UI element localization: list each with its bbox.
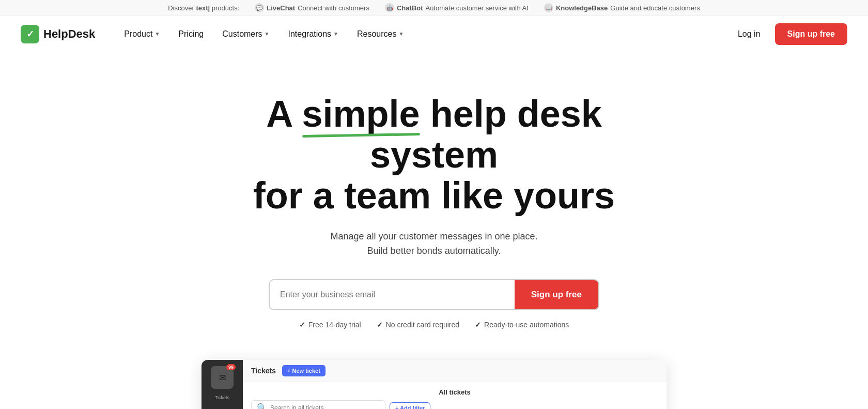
check-icon-automations: ✓ [475,321,481,329]
app-main-panel: Tickets + New ticket All tickets 🔍 + Add… [243,360,667,409]
nav-item-resources[interactable]: Resources ▼ [349,25,412,43]
hero-title-underline: simple [302,94,420,134]
trust-badge-card-text: No credit card required [386,321,459,329]
add-filter-button[interactable]: + Add filter [390,402,430,409]
chatbot-icon: 🤖 [385,3,394,12]
knowledgebase-name: KnowledgeBase [556,4,608,12]
app-sidebar: ✉ 99 Tickets [202,360,243,409]
app-preview: ✉ 99 Tickets Tickets + New ticket All ti… [202,360,667,409]
search-input[interactable] [270,404,380,409]
nav-links: Product ▼ Pricing Customers ▼ Integratio… [116,25,732,43]
logo[interactable]: ✓ HelpDesk [21,25,95,43]
topbar-discover: Discover text| products: [168,4,239,12]
sidebar-tickets-item[interactable]: ✉ 99 [211,366,234,389]
topbar-discover-text: Discover text| products: [168,4,239,12]
signup-nav-button[interactable]: Sign up free [775,23,847,45]
livechat-name: LiveChat [267,4,295,12]
hero-subtitle: Manage all your customer messages in one… [10,229,858,259]
livechat-desc: Connect with customers [298,4,369,12]
hero-title-part1: A [266,93,302,134]
hero-section: A simple help desk system for a team lik… [0,52,868,409]
check-icon-trial: ✓ [299,321,305,329]
hero-title-line2: for a team like yours [253,175,615,216]
trust-badge-trial-text: Free 14-day trial [308,321,361,329]
tickets-title: Tickets [251,367,276,375]
trust-badge-automations: ✓ Ready-to-use automations [475,321,569,329]
hero-subtitle-line2: Build better bonds automatically. [367,246,501,256]
sidebar-tickets-label: Tickets [215,395,229,400]
resources-chevron-icon: ▼ [399,31,404,37]
knowledgebase-desc: Guide and educate customers [610,4,700,12]
trust-badge-card: ✓ No credit card required [377,321,459,329]
hero-title: A simple help desk system for a team lik… [202,94,667,217]
chatbot-name: ChatBot [397,4,423,12]
topbar-livechat[interactable]: 💬 LiveChat Connect with customers [255,3,369,12]
search-icon: 🔍 [257,403,267,409]
trust-badge-trial: ✓ Free 14-day trial [299,321,361,329]
trust-badges: ✓ Free 14-day trial ✓ No credit card req… [10,321,858,329]
email-input[interactable] [270,280,515,309]
livechat-icon: 💬 [255,3,264,12]
search-row: 🔍 + Add filter [251,400,658,409]
nav-item-pricing[interactable]: Pricing [170,25,212,43]
topbar-knowledgebase[interactable]: 📖 KnowledgeBase Guide and educate custom… [544,3,700,12]
signup-form-button[interactable]: Sign up free [515,280,598,309]
trust-badge-automations-text: Ready-to-use automations [484,321,569,329]
nav-actions: Log in Sign up free [732,23,847,45]
tickets-header: Tickets + New ticket [251,365,326,376]
new-ticket-button[interactable]: + New ticket [282,365,326,376]
customers-chevron-icon: ▼ [265,31,270,37]
app-content: All tickets 🔍 + Add filter 123 tickets 1… [243,382,667,409]
nav-item-integrations[interactable]: Integrations ▼ [280,25,347,43]
nav-item-product[interactable]: Product ▼ [116,25,168,43]
integrations-chevron-icon: ▼ [333,31,338,37]
navbar: ✓ HelpDesk Product ▼ Pricing Customers ▼… [0,16,868,52]
app-top-bar: Tickets + New ticket [243,360,667,382]
product-chevron-icon: ▼ [154,31,160,37]
sidebar-tickets-icon: ✉ [219,373,226,383]
chatbot-desc: Automate customer service with AI [425,4,528,12]
nav-item-customers[interactable]: Customers ▼ [214,25,277,43]
sidebar-badge: 99 [226,364,236,370]
search-box: 🔍 [251,400,385,409]
knowledgebase-icon: 📖 [544,3,553,12]
logo-text: HelpDesk [43,27,95,41]
topbar-chatbot[interactable]: 🤖 ChatBot Automate customer service with… [385,3,529,12]
all-tickets-label: All tickets [251,388,658,396]
email-input-wrapper: Sign up free [269,279,599,310]
hero-subtitle-line1: Manage all your customer messages in one… [330,231,537,241]
logo-icon: ✓ [21,25,39,43]
login-button[interactable]: Log in [732,25,767,43]
top-bar: Discover text| products: 💬 LiveChat Conn… [0,0,868,16]
check-icon-card: ✓ [377,321,383,329]
email-form: Sign up free [10,279,858,310]
